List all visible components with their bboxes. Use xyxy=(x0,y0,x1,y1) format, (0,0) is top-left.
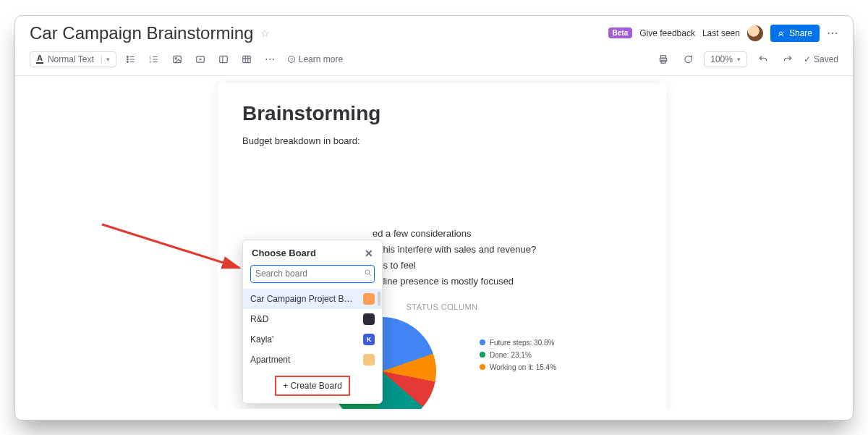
doc-line: ed a few considerations xyxy=(373,226,642,242)
legend-item: Done: 23.1% xyxy=(480,351,556,359)
svg-marker-16 xyxy=(200,58,203,61)
svg-line-29 xyxy=(370,274,372,276)
close-icon[interactable]: ✕ xyxy=(365,248,373,259)
board-option[interactable]: R&D xyxy=(243,309,382,329)
board-search[interactable] xyxy=(250,265,375,283)
svg-text:?: ? xyxy=(290,56,293,62)
legend-swatch xyxy=(480,339,485,345)
svg-point-14 xyxy=(175,57,176,59)
svg-point-28 xyxy=(365,270,370,274)
board-option-label: R&D xyxy=(250,314,357,324)
share-label: Share xyxy=(789,28,812,38)
board-icon xyxy=(363,354,375,366)
svg-point-1 xyxy=(127,56,128,57)
document-canvas: Brainstorming Budget breakdown in board:… xyxy=(15,76,853,409)
doc-line: d this interfere with sales and revenue? xyxy=(373,242,642,258)
popover-header: Choose Board ✕ xyxy=(243,240,382,265)
zoom-value: 100% xyxy=(710,54,733,64)
board-option[interactable]: Kayla' K xyxy=(243,329,382,350)
avatar[interactable] xyxy=(747,25,763,41)
svg-rect-13 xyxy=(174,56,182,62)
share-button[interactable]: Share xyxy=(770,25,820,42)
more-tools-icon[interactable]: ⋯ xyxy=(261,51,278,68)
doc-heading: Brainstorming xyxy=(242,102,642,125)
board-icon: K xyxy=(363,334,375,345)
chart-legend: Future steps: 30.8% Done: 23.1% Working … xyxy=(480,339,556,371)
formatting-toolbar: A Normal Text ▾ 123 xyxy=(15,46,853,75)
choose-board-popover: Choose Board ✕ Car Campaign Project Boar… xyxy=(242,240,383,404)
beta-badge: Beta xyxy=(608,28,633,38)
legend-swatch xyxy=(480,352,485,358)
image-icon[interactable] xyxy=(169,51,186,68)
redo-icon[interactable] xyxy=(779,51,796,68)
board-search-input[interactable] xyxy=(255,269,364,279)
board-list: Car Campaign Project Board R&D Kayla' K … xyxy=(243,289,382,370)
legend-label: Future steps: 30.8% xyxy=(490,339,555,347)
board-option-label: Car Campaign Project Board xyxy=(250,294,357,304)
svg-point-5 xyxy=(127,61,128,62)
svg-text:3: 3 xyxy=(149,59,151,63)
header: Car Campaign Brainstorming ☆ Beta Give f… xyxy=(15,16,853,46)
video-icon[interactable] xyxy=(192,51,209,68)
doc-line: ads to feel xyxy=(373,258,642,274)
board-option[interactable]: Apartment xyxy=(243,350,382,370)
give-feedback-link[interactable]: Give feedback xyxy=(639,28,695,38)
chevron-down-icon: ▾ xyxy=(737,56,741,63)
comment-icon[interactable] xyxy=(679,51,697,68)
board-icon xyxy=(363,313,375,325)
svg-rect-19 xyxy=(243,56,251,62)
bulleted-list-icon[interactable] xyxy=(122,51,140,68)
last-seen-label: Last seen xyxy=(702,28,740,38)
toolbar-right: 100% ▾ ✓ Saved xyxy=(655,51,838,68)
text-style-dropdown[interactable]: A Normal Text ▾ xyxy=(30,51,116,67)
board-option[interactable]: Car Campaign Project Board xyxy=(243,289,382,309)
board-icon xyxy=(363,293,375,305)
create-board-row: + Create Board xyxy=(243,370,382,403)
board-option-label: Kayla' xyxy=(250,334,357,345)
create-board-button[interactable]: + Create Board xyxy=(275,376,350,396)
print-icon[interactable] xyxy=(655,51,672,68)
legend-label: Working on it: 15.4% xyxy=(490,363,556,371)
search-icon xyxy=(364,269,373,279)
app-window: Car Campaign Brainstorming ☆ Beta Give f… xyxy=(14,15,854,421)
saved-indicator: ✓ Saved xyxy=(804,54,838,64)
board-option-label: Apartment xyxy=(250,355,357,365)
doc-intro-line: Budget breakdown in board: xyxy=(242,135,642,146)
legend-item: Future steps: 30.8% xyxy=(480,339,556,347)
undo-icon[interactable] xyxy=(754,51,772,68)
legend-swatch xyxy=(480,364,485,370)
text-style-label: Normal Text xyxy=(48,54,94,64)
layout-icon[interactable] xyxy=(215,51,232,68)
header-actions: Beta Give feedback Last seen Share ⋯ xyxy=(608,25,838,42)
doc-line: online presence is mostly focused xyxy=(373,274,642,290)
chevron-down-icon: ▾ xyxy=(101,56,110,63)
table-icon[interactable] xyxy=(238,51,255,68)
legend-label: Done: 23.1% xyxy=(490,351,532,359)
check-icon: ✓ xyxy=(804,54,811,64)
more-menu-icon[interactable]: ⋯ xyxy=(827,26,838,40)
numbered-list-icon[interactable]: 123 xyxy=(145,51,163,68)
saved-label: Saved xyxy=(814,54,838,64)
learn-more-label: Learn more xyxy=(299,54,343,64)
favorite-star-icon[interactable]: ☆ xyxy=(260,28,270,39)
zoom-dropdown[interactable]: 100% ▾ xyxy=(704,51,747,67)
page-title: Car Campaign Brainstorming xyxy=(30,23,253,43)
svg-point-3 xyxy=(127,59,128,60)
svg-rect-17 xyxy=(220,56,228,62)
legend-item: Working on it: 15.4% xyxy=(480,363,556,371)
popover-title: Choose Board xyxy=(252,248,316,258)
learn-more-link[interactable]: ? Learn more xyxy=(287,54,343,64)
